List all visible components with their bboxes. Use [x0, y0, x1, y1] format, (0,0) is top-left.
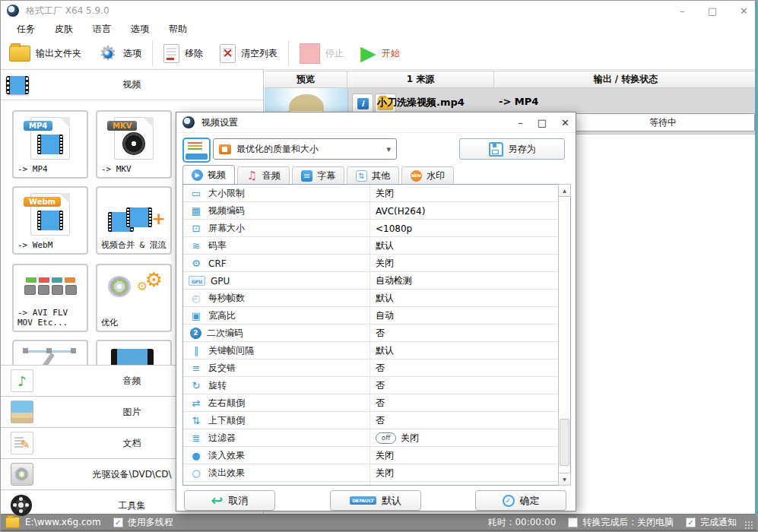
source-filename: 小刀洗澡视频.mp4	[347, 96, 494, 109]
shutdown-after-checkbox[interactable]	[568, 518, 578, 527]
setting-row-screen-size[interactable]: ⊡ 屏幕大小 <1080p	[183, 220, 559, 237]
settings-list: ▭ 大小限制 关闭 ▦ 视频编码 AVC(H264) ⊡ 屏幕大小 <1080p…	[182, 184, 571, 486]
plus-icon: +	[152, 209, 166, 228]
setting-row-bitrate[interactable]: ≋ 码率 默认	[183, 237, 559, 255]
setting-row-stabilize[interactable]: ▯ 防抖 (白金功能) 关闭	[183, 482, 559, 485]
card-optimize[interactable]: ⚙ ⚙ 优化	[96, 264, 172, 332]
remove-button[interactable]: 移除	[155, 40, 211, 67]
options-button[interactable]: ⚙ 选项	[90, 40, 150, 67]
document-pencil-icon: ✎	[11, 432, 33, 454]
profile-tray-icon[interactable]	[182, 138, 211, 163]
film-reel-icon	[122, 132, 145, 155]
card-label: -> MKV	[101, 164, 169, 175]
setting-row-flip-vertical[interactable]: ⇅ 上下颠倒 否	[183, 412, 559, 429]
start-label: 开始	[382, 47, 400, 60]
tab-subtitle[interactable]: ≡ 字幕	[292, 166, 344, 184]
new-badge-icon: NEW	[411, 170, 422, 182]
card-label: -> WebM	[17, 240, 85, 251]
multithread-checkbox[interactable]: ✓	[113, 518, 123, 527]
notify-checkbox[interactable]: ✓	[686, 518, 696, 527]
size-limit-icon: ▭	[189, 188, 203, 198]
cancel-label: 取消	[228, 494, 248, 508]
card-partial-crop[interactable]	[12, 340, 88, 365]
audio-note-icon: ♪	[11, 369, 33, 392]
close-icon[interactable]: ✕	[740, 5, 748, 17]
card-partial-video[interactable]	[96, 340, 172, 365]
setting-row-keyframe-interval[interactable]: ∥ 关键帧间隔 默认	[183, 342, 559, 359]
card-to-webm[interactable]: Webm -> WebM	[12, 186, 88, 255]
cancel-button[interactable]: ↩ 取消	[184, 490, 275, 511]
tab-video[interactable]: ▶ 视频	[182, 165, 235, 184]
document-icon	[163, 44, 179, 63]
card-to-mp4[interactable]: MP4 -> MP4	[12, 110, 88, 179]
resize-grip[interactable]	[744, 521, 753, 529]
menu-task[interactable]: 任务	[7, 23, 45, 36]
dialog-close-icon[interactable]: ✕	[561, 117, 569, 128]
tab-watermark[interactable]: NEW 水印	[401, 166, 454, 184]
start-button[interactable]: ▶ 开始	[352, 40, 408, 67]
dialog-minimize-icon[interactable]: –	[518, 117, 523, 128]
setting-row-gpu[interactable]: GPU GPU 自动检测	[183, 272, 559, 290]
output-path[interactable]: E:\www.x6g.com	[25, 517, 101, 527]
setting-row-flip-horizontal[interactable]: ⇄ 左右颠倒 否	[183, 394, 559, 412]
options-label: 选项	[123, 47, 141, 60]
scrollbar-thumb[interactable]	[560, 419, 569, 466]
stop-button[interactable]: 停止	[291, 40, 352, 67]
save-as-button[interactable]: 另存为	[459, 138, 565, 160]
output-path-folder-icon[interactable]	[5, 517, 20, 528]
setting-row-aspect-ratio[interactable]: ▣ 宽高比 自动	[183, 307, 559, 325]
dialog-maximize-icon[interactable]: □	[538, 117, 547, 128]
tab-watermark-label: 水印	[427, 169, 445, 182]
setting-row-video-encoder[interactable]: ▦ 视频编码 AVC(H264)	[183, 202, 559, 220]
target-format: -> MP4	[499, 96, 538, 107]
category-video-header[interactable]: 视频	[1, 70, 263, 100]
preset-dropdown[interactable]: 最优化的质量和大小 ▾	[213, 138, 397, 160]
setting-row-crf[interactable]: ⚙ CRF 关闭	[183, 255, 559, 272]
card-to-avi-flv-mov[interactable]: -> AVI FLV MOV Etc...	[12, 264, 88, 332]
maximize-icon[interactable]: □	[708, 5, 717, 17]
setting-row-deinterlace[interactable]: ≡ 反交错 否	[183, 359, 559, 377]
elapsed-time: 耗时 : 00:00:00	[488, 516, 557, 529]
default-label: 默认	[382, 494, 401, 508]
setting-row-fade-out[interactable]: ○ 淡出效果 关闭	[183, 464, 559, 482]
minimize-icon[interactable]: –	[680, 5, 685, 17]
setting-row-fade-in[interactable]: ● 淡入效果 关闭	[183, 447, 559, 464]
card-to-mkv[interactable]: MKV -> MKV	[96, 110, 172, 179]
statusbar-right: 耗时 : 00:00:00 转换完成后 : 关闭电脑 ✓ 完成通知	[488, 516, 753, 529]
scroll-up-icon[interactable]: ▲	[558, 184, 571, 197]
card-video-merge[interactable]: + 视频合并 & 混流	[96, 186, 172, 255]
default-button[interactable]: DEFAULT 默认	[330, 490, 421, 511]
menu-skin[interactable]: 皮肤	[45, 23, 83, 36]
mkv-badge: MKV	[107, 121, 137, 131]
menu-help[interactable]: 帮助	[159, 23, 197, 36]
setting-row-two-pass[interactable]: 2 二次编码 否	[183, 325, 559, 342]
disc-icon	[108, 276, 131, 297]
setting-row-fps[interactable]: ◴ 每秒帧数 默认	[183, 290, 559, 307]
ok-button[interactable]: ✓ 确定	[475, 490, 566, 511]
preset-film-icon	[219, 144, 231, 154]
scroll-down-icon[interactable]: ▼	[558, 473, 571, 486]
column-source[interactable]: 1 来源	[347, 71, 494, 87]
multithread-label: 使用多线程	[128, 516, 173, 529]
setting-row-size-limit[interactable]: ▭ 大小限制 关闭	[183, 185, 559, 202]
menu-language[interactable]: 语言	[83, 23, 121, 36]
dialog-title-bar[interactable]: 视频设置 – □ ✕	[176, 112, 576, 133]
column-preview[interactable]: 预览	[265, 71, 347, 87]
save-as-label: 另存为	[509, 143, 536, 156]
setting-row-filter[interactable]: ≣ 过滤器 off 关闭	[183, 429, 559, 447]
scrollbar[interactable]: ▲ ▼	[558, 185, 570, 485]
tab-audio[interactable]: ♫ 音频	[237, 166, 290, 184]
video-play-icon: ▶	[192, 169, 203, 181]
tab-other[interactable]: ⇅ 其他	[347, 166, 399, 184]
film-strip-icon	[126, 207, 152, 227]
toolbar-separator	[152, 40, 153, 66]
toolbar-separator	[288, 40, 289, 66]
checkmark-icon: ✓	[115, 518, 121, 527]
setting-row-rotate[interactable]: ↻ 旋转 否	[183, 377, 559, 394]
floppy-disk-icon	[489, 142, 503, 157]
clear-list-button[interactable]: ✕ 清空列表	[211, 40, 286, 67]
menu-options[interactable]: 选项	[121, 23, 159, 36]
output-folder-button[interactable]: 输出文件夹	[1, 40, 90, 67]
column-output-status[interactable]: 输出 / 转换状态	[494, 71, 757, 87]
filter-icon: ≣	[189, 433, 203, 443]
